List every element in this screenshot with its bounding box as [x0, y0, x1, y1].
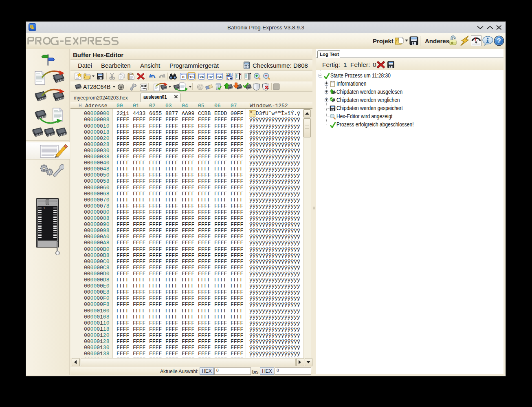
svg-text:34: 34: [229, 73, 233, 77]
svg-text:24: 24: [200, 75, 204, 79]
svg-text:64: 64: [218, 75, 222, 79]
svg-text:?: ?: [497, 38, 501, 44]
svg-text:32: 32: [209, 75, 213, 79]
svg-text:16: 16: [189, 75, 193, 79]
svg-text:L: L: [227, 77, 229, 80]
svg-text:8: 8: [182, 75, 184, 79]
svg-text:H: H: [230, 77, 232, 80]
svg-text:3.PS: 3.PS: [143, 88, 146, 89]
